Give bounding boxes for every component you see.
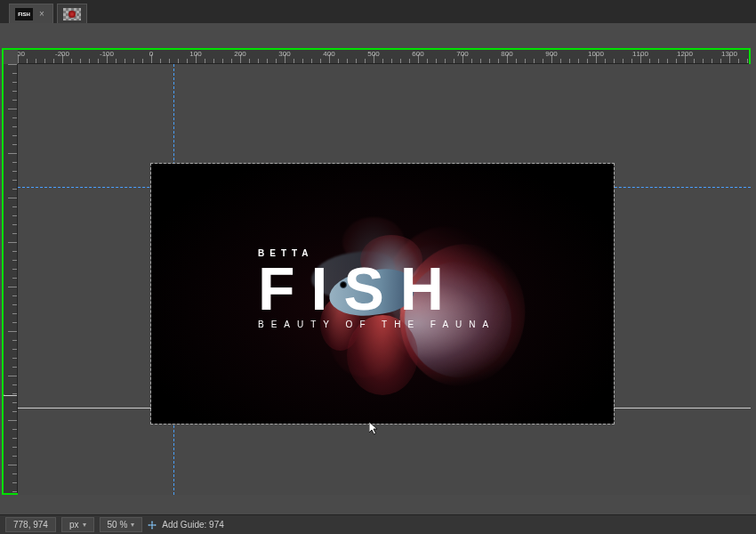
canvas-text-overlay: BETTA FISH BEAUTY OF THE FAUNA [258,248,495,329]
text-main: FISH [258,262,495,316]
document-tab-1[interactable]: FISH × [9,4,53,23]
canvas[interactable]: BETTA FISH BEAUTY OF THE FAUNA [151,164,614,424]
unit-value: px [69,520,79,530]
horizontal-ruler[interactable]: -300-200-1000100200300400500600700800900… [18,48,751,64]
close-icon[interactable]: × [36,9,47,20]
text-sub: BEAUTY OF THE FAUNA [258,320,495,329]
unit-selector[interactable]: px ▾ [61,517,94,532]
canvas-viewport[interactable]: BETTA FISH BEAUTY OF THE FAUNA [18,64,751,495]
tab-thumbnail [63,8,81,20]
editor-area: ▸ -300-200-10001002003004005006007008009… [0,23,756,514]
status-bar: 778, 974 px ▾ 50 % ▾ Add Guide: 974 [0,514,756,534]
status-message: Add Guide: 974 [162,520,224,530]
document-tabs: FISH × [0,0,756,23]
move-icon [148,521,157,530]
zoom-selector[interactable]: 50 % ▾ [100,517,143,532]
chevron-down-icon: ▾ [131,521,134,529]
document-tab-2[interactable] [57,4,87,23]
image-editor-window: FISH × ▸ -300-200-1000100200300400500600… [0,0,756,534]
coords-value: 778, 974 [13,520,48,530]
ruler-guide-marker[interactable] [2,395,18,396]
chevron-down-icon: ▾ [83,521,86,529]
cursor-icon [369,422,380,436]
vertical-ruler[interactable] [2,64,18,495]
status-coords: 778, 974 [5,517,56,532]
tab-thumbnail: FISH [15,8,33,20]
zoom-value: 50 % [108,520,128,530]
